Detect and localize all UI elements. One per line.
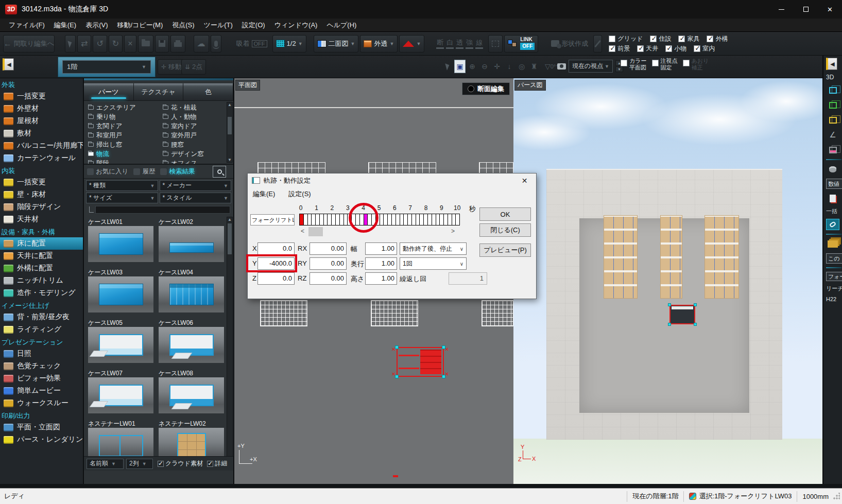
dialog-close-button[interactable]: ✕ <box>513 173 536 187</box>
timeline-cell[interactable] <box>412 214 416 225</box>
pan-button[interactable]: ✛ <box>491 60 503 73</box>
display-checkbox[interactable]: 天井 <box>637 44 658 53</box>
transform-tool-button[interactable]: ⇄ <box>77 35 91 53</box>
filter-style-select[interactable]: * スタイル▼ <box>160 193 232 203</box>
scroll-up-icon[interactable]: ▲ <box>227 217 232 222</box>
dialog-menu-item[interactable]: 編集(E) <box>253 189 275 199</box>
angle-icon[interactable]: ∠ <box>826 129 839 141</box>
timeline-cell[interactable] <box>320 214 324 225</box>
rack-outline[interactable] <box>479 162 513 173</box>
sidebar-item[interactable]: 敷材 <box>0 127 83 140</box>
timeline-cell[interactable] <box>304 214 308 225</box>
menu-item[interactable]: ウィンドウ(A) <box>270 19 322 32</box>
display-checkbox[interactable]: 小物 <box>665 44 686 53</box>
parts-grid-item[interactable]: ケースLW07 <box>88 369 153 413</box>
category-item[interactable]: オフィス <box>159 159 233 165</box>
menu-item[interactable]: 表示(V) <box>81 19 112 32</box>
sidebar-item[interactable]: 背・前景/昼夕夜 <box>0 311 83 323</box>
repeat-count-input[interactable]: 1 <box>449 272 487 285</box>
two-point-tool-button[interactable]: ⇊ 2点 <box>181 59 206 75</box>
minimize-button[interactable] <box>769 0 794 19</box>
warehouse-structure[interactable] <box>546 169 782 440</box>
selection-handle[interactable] <box>668 323 671 326</box>
wireframe-cube-icon[interactable] <box>826 84 839 96</box>
timeline-scroll-thumb[interactable] <box>308 227 323 236</box>
link-toggle-button[interactable]: LINK OFF <box>504 35 538 53</box>
category-scrollbar[interactable]: ▲ ▼ <box>227 102 233 163</box>
timeline-cell[interactable] <box>448 214 452 225</box>
menu-item[interactable]: ファイル(F) <box>4 19 49 32</box>
timeline-cell[interactable] <box>344 214 348 225</box>
timeline-cell[interactable] <box>436 214 440 225</box>
zoom-in-button[interactable]: ⊕ <box>467 60 478 73</box>
search-button[interactable] <box>213 166 226 178</box>
sidebar-item[interactable]: 印刷/出力 <box>0 410 83 421</box>
view-option-checkbox[interactable]: あおり補正 <box>683 58 709 71</box>
sidebar-item[interactable]: 外壁材 <box>0 102 83 115</box>
pink-face-cube-icon[interactable] <box>826 144 839 155</box>
walk-height-button[interactable]: ♜ <box>528 60 540 73</box>
undo-button[interactable]: ↺ <box>93 35 107 53</box>
back-to-floorplan-button[interactable]: ← 間取り編集へ <box>3 35 55 53</box>
timeline-cell[interactable] <box>392 214 396 225</box>
link-chain-button[interactable] <box>826 219 839 230</box>
ok-button[interactable]: OK <box>479 207 531 221</box>
timeline-cell[interactable] <box>308 214 312 225</box>
resize-grip[interactable] <box>833 493 840 500</box>
parts-panel-tab[interactable]: テクスチャ <box>134 83 184 100</box>
sidebar-item[interactable]: ウォークスルー <box>0 397 83 409</box>
sidebar-item[interactable]: 床に配置 <box>0 237 83 250</box>
timeline-cell[interactable] <box>404 214 408 225</box>
rack-grid[interactable] <box>260 300 307 326</box>
sidebar-item[interactable]: 内装 <box>0 165 83 176</box>
timeline-scroll-right[interactable]: > <box>451 228 455 235</box>
line-style-button[interactable]: 白 <box>446 38 454 49</box>
sidebar-item[interactable]: 天井に配置 <box>0 250 83 262</box>
floor-select[interactable]: 1階 ▼ <box>62 60 151 74</box>
forklift-plan-symbol[interactable]: ✕ ✕ ✕ ✕ <box>397 347 444 377</box>
marquee-select-button[interactable] <box>488 35 503 53</box>
category-item[interactable]: 玄関ドア <box>84 121 159 131</box>
filter-maker-select[interactable]: * メーカー▼ <box>160 180 232 191</box>
pallet-rack[interactable] <box>660 215 682 299</box>
sidebar-item[interactable]: カーテンウォール <box>0 152 83 164</box>
parts-grid-item[interactable]: ケースLW02 <box>159 218 224 262</box>
after-action-select[interactable]: 動作終了後、停止∨ <box>400 242 467 255</box>
menu-item[interactable]: 移動/コピー(M) <box>113 19 168 32</box>
preview-button[interactable]: プレビュー(P) <box>479 244 531 257</box>
timeline-cell[interactable] <box>388 214 392 225</box>
cloud-upload-button[interactable]: ☁ <box>194 35 209 53</box>
sidebar-item[interactable]: ビフォー効果 <box>0 372 83 385</box>
width-input[interactable]: 1.00 <box>365 242 397 255</box>
sidebar-item[interactable]: イメージ仕上げ <box>0 300 83 311</box>
fit-view-button[interactable]: ▣ <box>454 60 466 73</box>
timeline-cell[interactable] <box>452 214 456 225</box>
line-style-button[interactable]: 透 <box>456 38 463 49</box>
scroll-up-icon[interactable]: ▲ <box>227 102 232 107</box>
collapse-right-panel-button[interactable]: ◀ <box>826 58 837 70</box>
z-input[interactable]: 0.0 <box>257 272 295 285</box>
sidebar-item[interactable]: バルコニー/共用廊下 <box>0 140 83 152</box>
timeline-cell[interactable] <box>420 214 424 225</box>
sidebar-item[interactable]: 造作・モデリング <box>0 287 83 299</box>
print-button[interactable] <box>170 35 185 53</box>
category-item[interactable]: 和室用戸 <box>84 131 159 140</box>
filter-kind-select[interactable]: * 種類▼ <box>86 180 158 191</box>
menu-item[interactable]: ツール(T) <box>199 19 237 32</box>
sidebar-item[interactable]: ニッチ/トリム <box>0 274 83 287</box>
display-checkbox[interactable]: グリッド <box>609 34 643 43</box>
close-button[interactable]: ✕ <box>818 0 842 19</box>
height-input[interactable]: 1.00 <box>365 272 397 285</box>
sidebar-item[interactable]: 日照 <box>0 347 83 360</box>
sidebar-item[interactable]: 壁・床材 <box>0 188 83 201</box>
folder-stack-icon[interactable] <box>826 238 839 250</box>
render-mode-dropdown[interactable]: 外透 ▼ <box>360 35 398 53</box>
close-dialog-button[interactable]: 閉じる(C) <box>479 223 531 237</box>
sidebar-item[interactable]: 外構に配置 <box>0 262 83 274</box>
quick-tab[interactable]: 検索結果 <box>160 167 195 176</box>
timeline-cell[interactable] <box>444 214 448 225</box>
grid-scale-dropdown[interactable]: 1/2 ▼ <box>272 35 306 53</box>
sidebar-item[interactable]: パース・レンダリング <box>0 433 83 446</box>
timeline-cell[interactable] <box>416 214 420 225</box>
sidebar-item[interactable]: プレゼンテーション <box>0 337 83 347</box>
